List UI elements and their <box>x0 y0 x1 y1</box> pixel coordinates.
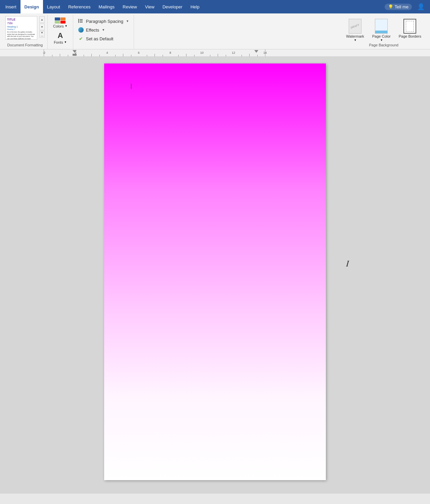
theme-body-text: An in the text, the gallery includes sty… <box>7 31 36 40</box>
page-bg-content: DRAFT Watermark ▼ Page Color ▼ <box>343 16 425 43</box>
effects-icon <box>78 27 84 33</box>
content-area: 𝐼 <box>0 57 430 494</box>
watermark-text: DRAFT <box>350 23 360 29</box>
menu-mailings[interactable]: Mailings <box>94 0 119 13</box>
ruler-marker-right[interactable] <box>254 50 258 53</box>
paragraph-spacing-icon <box>78 18 84 24</box>
menu-developer[interactable]: Developer <box>159 0 186 13</box>
colors-swatch <box>55 17 66 24</box>
ribbon-commands: Paragraph Spacing ▼ Effects ▼ ✔ Set as D… <box>76 16 131 44</box>
ibeam-cursor: 𝐼 <box>346 258 349 269</box>
set-as-default-button[interactable]: ✔ Set as Default <box>76 35 131 42</box>
ruler: -2 2 4 6 8 10 12 14 <box>0 49 430 57</box>
fonts-button[interactable]: A Fonts ▼ <box>50 30 70 46</box>
theme-heading1-sub: Heading 1 <box>7 28 36 30</box>
ribbon: TITLE Title Heading 1 Heading 1 An in th… <box>0 13 430 49</box>
page-color-button[interactable]: Page Color ▼ <box>369 17 394 43</box>
page-color-icon <box>375 19 388 34</box>
tell-me-label: Tell me <box>395 4 408 9</box>
rt-minor14 <box>257 55 258 56</box>
colors-dropdown-arrow: ▼ <box>65 25 68 28</box>
ruler-inner: -2 2 4 6 8 10 12 14 <box>44 49 265 56</box>
theme-heading1-text: Heading 1 <box>7 26 36 28</box>
fonts-label: Fonts <box>54 40 63 44</box>
effects-label: Effects <box>86 28 99 33</box>
page-borders-label: Page Borders <box>399 34 421 39</box>
theme-gallery: TITLE Title Heading 1 Heading 1 An in th… <box>5 16 45 43</box>
menu-references[interactable]: References <box>64 0 94 13</box>
watermark-icon: DRAFT <box>349 19 361 34</box>
colors-button[interactable]: Colors ▼ <box>50 16 70 30</box>
ruler-tick-4: 4 <box>106 51 108 54</box>
rt-minor4 <box>99 55 100 56</box>
page-borders-inner <box>406 21 414 32</box>
theme-scroll-more[interactable]: ▼— <box>39 31 45 38</box>
ribbon-spacer <box>134 15 340 49</box>
rt4 <box>155 54 155 56</box>
tell-me-area: 💡 Tell me 👤 <box>381 0 429 13</box>
rt-minor10 <box>194 55 195 56</box>
ribbon-group-page-background: DRAFT Watermark ▼ Page Color ▼ <box>340 15 427 49</box>
fonts-dropdown-arrow: ▼ <box>64 41 67 44</box>
ruler-tick-14: 14 <box>263 51 267 54</box>
menu-layout[interactable]: Layout <box>43 0 64 13</box>
watermark-label: Watermark <box>346 34 364 39</box>
set-default-icon: ✔ <box>78 36 84 42</box>
tell-me-button[interactable]: 💡 Tell me <box>385 4 412 10</box>
watermark-caret: ▼ <box>354 39 357 42</box>
rt-minor13 <box>242 55 242 56</box>
page-borders-icon <box>403 19 416 34</box>
menu-insert[interactable]: Insert <box>1 0 20 13</box>
rt1 <box>60 54 60 56</box>
page-color-caret: ▼ <box>380 39 383 42</box>
menu-help[interactable]: Help <box>186 0 204 13</box>
rt3 <box>123 54 123 56</box>
ribbon-group-themes: TITLE Title Heading 1 Heading 1 An in th… <box>3 15 48 49</box>
rt-minor7 <box>147 55 147 56</box>
rt-minor8 <box>163 55 163 56</box>
paragraph-content: Paragraph Spacing ▼ Effects ▼ ✔ Set as D… <box>76 16 131 48</box>
ruler-tick-2: 2 <box>75 51 76 54</box>
swatch-red <box>60 21 66 24</box>
watermark-button[interactable]: DRAFT Watermark ▼ <box>343 17 367 43</box>
menu-bar: Insert Design Layout References Mailings… <box>0 0 430 13</box>
rt-minor1 <box>52 55 52 56</box>
page-borders-button[interactable]: Page Borders <box>395 17 425 40</box>
colors-label: Colors <box>53 24 64 28</box>
rt-minor12 <box>226 55 226 56</box>
rt-minor5 <box>115 55 116 56</box>
user-icon[interactable]: 👤 <box>417 3 425 10</box>
rt7 <box>249 54 250 56</box>
theme-preview[interactable]: TITLE Title Heading 1 Heading 1 An in th… <box>5 16 37 40</box>
rt-minor9 <box>178 55 179 56</box>
swatch-blue <box>55 17 60 20</box>
ribbon-group-colors-fonts: Colors ▼ A Fonts ▼ <box>48 15 73 49</box>
paragraph-spacing-label: Paragraph Spacing <box>86 19 123 24</box>
theme-scroll-down[interactable]: ▼ <box>39 24 45 30</box>
rt-minor6 <box>131 55 131 56</box>
paragraph-spacing-button[interactable]: Paragraph Spacing ▼ <box>76 17 131 25</box>
page-color-label: Page Color <box>372 34 391 39</box>
set-as-default-label: Set as Default <box>86 36 114 41</box>
lightbulb-icon: 💡 <box>388 4 393 9</box>
menu-view[interactable]: View <box>141 0 159 13</box>
rt5 <box>186 54 186 56</box>
ruler-tick-6: 6 <box>138 51 139 54</box>
theme-scroll-arrows: ▲ ▼ ▼— <box>39 16 45 38</box>
document-page[interactable] <box>104 64 326 480</box>
menu-review[interactable]: Review <box>119 0 141 13</box>
ruler-tick-12: 12 <box>232 51 235 54</box>
paragraph-spacing-caret: ▼ <box>126 19 129 23</box>
menu-design[interactable]: Design <box>20 0 43 13</box>
theme-scroll-up[interactable]: ▲ <box>39 16 45 23</box>
doc-formatting-label: Document Formatting <box>5 43 45 48</box>
rt-minor3 <box>84 55 84 56</box>
effects-button[interactable]: Effects ▼ <box>76 26 131 34</box>
page-background-label: Page Background <box>343 43 425 48</box>
rt-minor11 <box>210 55 210 56</box>
theme-title-text: TITLE <box>7 18 36 21</box>
rt2 <box>91 54 92 56</box>
text-cursor <box>131 84 131 89</box>
rt6 <box>218 54 218 56</box>
ribbon-group-paragraph: Paragraph Spacing ▼ Effects ▼ ✔ Set as D… <box>73 15 134 49</box>
